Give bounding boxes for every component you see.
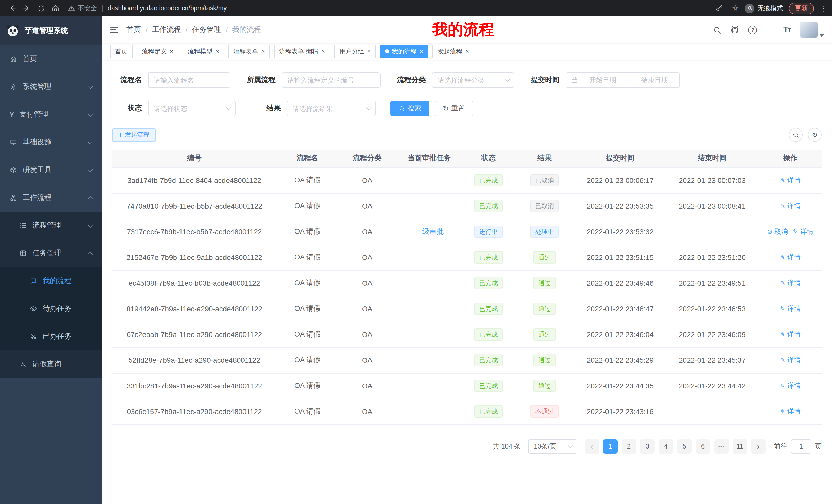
close-icon[interactable]: ×	[170, 48, 173, 54]
sidebar-item-workflow[interactable]: 工作流程	[0, 184, 102, 212]
detail-link[interactable]: ✎详情	[780, 304, 801, 313]
update-button[interactable]: 更新	[789, 2, 814, 14]
sidebar-item-process-mgmt[interactable]: 流程管理	[0, 212, 102, 240]
tab-home[interactable]: 首页	[110, 45, 133, 58]
sidebar-item-task-mgmt[interactable]: 任务管理	[0, 240, 102, 267]
detail-link[interactable]: ✎详情	[780, 356, 801, 365]
back-icon[interactable]	[5, 2, 20, 15]
page-button-3[interactable]: 3	[640, 439, 655, 453]
breadcrumb-item[interactable]: 首页	[127, 25, 141, 34]
close-icon[interactable]: ×	[367, 48, 371, 54]
font-size-icon[interactable]: TT	[783, 25, 791, 34]
sidebar-item-done-tasks[interactable]: 已办任务	[0, 323, 102, 351]
fullscreen-icon[interactable]	[766, 25, 775, 34]
gear-icon	[10, 83, 17, 90]
sidebar-item-devtools[interactable]: 研发工具	[0, 156, 102, 184]
breadcrumb-item[interactable]: 工作流程	[152, 25, 181, 34]
tab-process-form[interactable]: 流程表单×	[228, 45, 270, 58]
close-icon[interactable]: ×	[215, 48, 219, 54]
more-pages-button[interactable]: •••	[714, 439, 729, 453]
page-button-2[interactable]: 2	[622, 439, 636, 453]
date-range-picker[interactable]: 开始日期 - 结束日期	[566, 73, 680, 88]
detail-link[interactable]: ✎详情	[780, 407, 801, 416]
tab-my-process[interactable]: 我的流程×	[380, 45, 428, 58]
sidebar-item-home[interactable]: 首页	[0, 45, 102, 73]
sidebar-item-leave-query[interactable]: 请假查询	[0, 351, 102, 378]
search-icon[interactable]	[713, 25, 722, 34]
cell-result: 通过	[514, 321, 575, 347]
app-logo[interactable]: 芋道管理系统	[0, 17, 102, 45]
detail-link[interactable]: ✎详情	[780, 176, 801, 185]
address-bar[interactable]: 不安全 dashboard.yudao.iocoder.cn/bpm/task/…	[68, 4, 706, 12]
home-browser-icon[interactable]	[48, 2, 63, 15]
detail-link[interactable]: ✎详情	[780, 201, 801, 211]
reset-button[interactable]: ↻ 重置	[435, 101, 473, 116]
page-button-5[interactable]: 5	[677, 439, 692, 453]
toggle-search-button[interactable]	[789, 128, 803, 142]
cell-category: OA	[338, 219, 396, 245]
page-button-6[interactable]: 6	[696, 439, 710, 453]
category-select[interactable]	[432, 73, 514, 88]
cell-actions: ✎详情	[759, 167, 822, 193]
security-warning[interactable]: 不安全	[78, 4, 97, 12]
page-button-11[interactable]: 11	[733, 439, 747, 453]
result-select[interactable]	[287, 101, 376, 116]
cell-name: OA 请假	[277, 373, 338, 399]
page-button-1[interactable]: 1	[603, 439, 618, 453]
process-definition-input[interactable]	[282, 73, 381, 88]
goto-page-input[interactable]	[791, 439, 811, 453]
bookmark-star-icon[interactable]: ☆	[732, 4, 739, 13]
close-icon[interactable]: ×	[465, 48, 469, 54]
tab-process-model[interactable]: 流程模型×	[183, 45, 224, 58]
result-select-input[interactable]	[287, 101, 376, 116]
page-size-select[interactable]	[528, 439, 577, 453]
sidebar-item-label: 首页	[23, 54, 37, 64]
category-select-input[interactable]	[432, 73, 514, 88]
user-menu[interactable]	[800, 22, 824, 38]
cancel-link[interactable]: ⊘取消	[767, 227, 788, 236]
forward-icon[interactable]	[20, 2, 34, 15]
reload-icon[interactable]	[34, 2, 48, 15]
sidebar-item-todo-tasks[interactable]: 待办任务	[0, 295, 102, 323]
prev-page-button[interactable]: ‹	[585, 439, 599, 453]
sidebar-item-infra[interactable]: 基础设施	[0, 129, 102, 156]
page-button-4[interactable]: 4	[659, 439, 673, 453]
process-name-input[interactable]	[148, 73, 230, 88]
detail-link[interactable]: ✎详情	[793, 227, 813, 236]
cell-actions: ⊘取消✎详情	[759, 219, 822, 245]
tab-process-definition[interactable]: 流程定义×	[137, 45, 178, 58]
github-icon[interactable]	[730, 25, 740, 34]
cell-end-time: 2022-01-22 23:49:51	[666, 270, 759, 296]
help-icon[interactable]: ?	[749, 25, 757, 34]
search-button[interactable]: 搜索	[390, 101, 430, 116]
browser-menu-icon[interactable]: ⋮	[820, 4, 827, 12]
cell-id: 7317cec6-7b9b-11ec-b5b7-acde48001122	[112, 219, 277, 245]
cell-result: 通过	[514, 347, 575, 373]
password-key-icon[interactable]	[712, 2, 726, 15]
sidebar-item-my-process[interactable]: 我的流程	[0, 267, 102, 295]
detail-link[interactable]: ✎详情	[780, 381, 801, 390]
refresh-table-button[interactable]: ↻	[808, 128, 822, 142]
breadcrumb-separator: /	[226, 26, 228, 34]
next-page-button[interactable]: ›	[751, 439, 766, 453]
status-select[interactable]	[148, 101, 235, 116]
detail-link[interactable]: ✎详情	[780, 330, 801, 339]
close-icon[interactable]: ×	[420, 48, 423, 54]
tab-user-group[interactable]: 用户分组×	[334, 45, 376, 58]
tab-start-process[interactable]: 发起流程×	[433, 45, 474, 58]
close-icon[interactable]: ×	[321, 48, 325, 54]
sidebar-item-system[interactable]: 系统管理	[0, 73, 102, 101]
status-select-input[interactable]	[148, 101, 235, 116]
result-badge: 已取消	[530, 200, 559, 212]
sidebar-item-payment[interactable]: ¥ 支付管理	[0, 101, 102, 129]
detail-link[interactable]: ✎详情	[780, 278, 801, 288]
create-process-button[interactable]: + 发起流程	[112, 128, 156, 142]
url-text[interactable]: dashboard.yudao.iocoder.cn/bpm/task/my	[108, 5, 227, 12]
tab-process-form-edit[interactable]: 流程表单-编辑×	[274, 45, 330, 58]
current-task-link[interactable]: 一级审批	[415, 227, 444, 235]
cell-task	[396, 270, 463, 296]
hamburger-icon[interactable]	[110, 27, 118, 33]
detail-link[interactable]: ✎详情	[780, 253, 801, 262]
breadcrumb-item[interactable]: 任务管理	[192, 25, 221, 34]
close-icon[interactable]: ×	[261, 48, 265, 54]
